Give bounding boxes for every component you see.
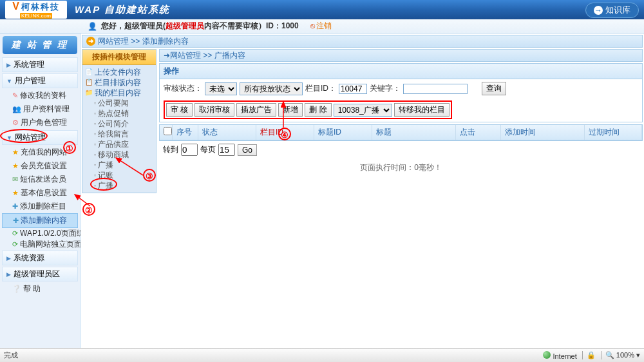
sidebar-banner: 建 站 管 理 [3, 36, 77, 54]
lbl-perpage: 每页 [200, 144, 216, 155]
lbl-column-id: 栏目ID： [305, 83, 336, 94]
nav-wap-layout[interactable]: ⟳WAP1.0/2.0页面综合排版 [2, 228, 78, 239]
col-exptime[interactable]: 过期时间 [585, 125, 642, 140]
exec-time: 页面执行时间：0毫秒！ [159, 158, 643, 177]
nav-add-del-column[interactable]: ✚添加删除栏目 [2, 200, 78, 213]
delete-button[interactable]: 删 除 [305, 103, 331, 117]
cancel-audit-button[interactable]: 取消审核 [194, 103, 234, 117]
insert-ad-button[interactable]: 插放广告 [236, 103, 276, 117]
nav-user-data[interactable]: 👥用户资料管理 [2, 102, 78, 116]
tree-hot-promo[interactable]: ▫热点促销 [85, 108, 153, 119]
select-audit-status[interactable]: 未选 [205, 82, 237, 95]
move-column-button[interactable]: 转移我的栏目 [394, 103, 450, 117]
pager: 转到 每页 Go [159, 141, 643, 158]
tree-company-intro[interactable]: ▫公司简介 [85, 119, 153, 129]
check-all[interactable] [164, 127, 172, 135]
col-columnid[interactable]: 栏目ID [256, 125, 314, 140]
input-column-id[interactable] [339, 84, 367, 94]
tree-layout[interactable]: 📋栏目排版内容 [85, 77, 153, 88]
main: ➜网站管理 >> 添加删除内容 按插件模块管理 📄上传文件内容 📋栏目排版内容 … [80, 33, 644, 348]
input-perpage[interactable] [218, 144, 235, 156]
select-target-column[interactable]: 10038_广播 [334, 104, 392, 117]
group-system[interactable]: ▶系统管理 [2, 57, 78, 72]
nav-sms-member[interactable]: ✉短信发送会员 [2, 173, 78, 186]
tree-header: 按插件模块管理 [82, 50, 156, 65]
tree-upload[interactable]: 📄上传文件内容 [85, 67, 153, 77]
col-titleid[interactable]: 标题ID [314, 125, 372, 140]
status-done: 完成 [4, 350, 18, 360]
col-state[interactable]: 状态 [198, 125, 256, 140]
col-click[interactable]: 点击 [456, 125, 501, 140]
go-button[interactable]: Go [238, 144, 257, 156]
breadcrumb-sub: ➜网站管理 >> 广播内容 [159, 49, 643, 62]
nav-member-recharge[interactable]: ★会员充值设置 [2, 159, 78, 173]
breadcrumb-main: ➜网站管理 >> 添加删除内容 [82, 35, 643, 48]
operations-box: 操作 审核状态： 未选 所有投放状态 栏目ID： 关键字： 查询 [159, 63, 643, 122]
status-zone: Internet [553, 352, 576, 360]
nav-pc-layout[interactable]: ⟳电脑网站独立页面综合排版 [2, 239, 78, 250]
input-keyword[interactable] [403, 84, 468, 94]
ops-header: 操作 [160, 64, 642, 79]
logo: V柯林科技 KELINK.com [5, 1, 67, 19]
logout-link[interactable]: 注销 [310, 21, 332, 32]
globe-icon [543, 351, 551, 359]
group-admin[interactable]: ▶超级管理员区 [2, 267, 78, 281]
nav-modify-profile[interactable]: ✎修改我的资料 [2, 89, 78, 102]
col-addtime[interactable]: 添加时间 [501, 125, 585, 140]
tree-broadcast[interactable]: ▫广播 [85, 160, 153, 170]
grid-header: 序号 状态 栏目ID 标题ID 标题 点击 添加时间 过期时间 [160, 125, 642, 140]
group-users[interactable]: ▼用户管理 [2, 73, 78, 88]
status-bar: 完成 Internet 🔒 🔍 100% ▾ [0, 348, 644, 362]
tree-mobile-mall[interactable]: ▫移动商城 [85, 149, 153, 160]
lbl-keyword: 关键字： [370, 83, 401, 94]
lbl-goto: 转到 [163, 144, 178, 155]
data-grid: 序号 状态 栏目ID 标题ID 标题 点击 添加时间 过期时间 [159, 124, 643, 141]
group-site[interactable]: ▼网站管理 [2, 130, 78, 145]
group-resources[interactable]: ▶系统资源 [2, 251, 78, 265]
app-title: WAP 自助建站系统 [75, 4, 170, 16]
audit-button[interactable]: 审 核 [166, 103, 193, 117]
lbl-audit-status: 审核状态： [164, 83, 202, 94]
tree-company-news[interactable]: ▫公司要闻 [85, 98, 153, 108]
tree-accounting[interactable]: ▫记账 [85, 170, 153, 180]
nav-user-role[interactable]: ⚙用户角色管理 [2, 116, 78, 129]
top-bar: V柯林科技 KELINK.com WAP 自助建站系统 →知识库 [0, 0, 644, 19]
tree-panel: 按插件模块管理 📄上传文件内容 📋栏目排版内容 📁我的栏目内容 ▫公司要闻 ▫热… [82, 49, 156, 193]
nav-recharge-site[interactable]: ★充值我的网站 [2, 146, 78, 159]
select-put-status[interactable]: 所有投放状态 [240, 82, 303, 95]
col-seq[interactable]: 序号 [173, 125, 198, 140]
nav-add-del-content[interactable]: ✚添加删除内容 [2, 213, 78, 228]
query-button[interactable]: 查询 [482, 82, 506, 95]
action-buttons-group: 审 核 取消审核 插放广告 新增 删 除 10038_广播 转移我的栏目 [164, 100, 452, 119]
nav-help[interactable]: ❔帮 助 [2, 282, 78, 296]
zoom-control[interactable]: 🔍 100% ▾ [601, 351, 640, 359]
tree-broadcast-2[interactable]: ▫广播 [85, 180, 153, 191]
sidebar: 建 站 管 理 ▶系统管理 ▼用户管理 ✎修改我的资料 👥用户资料管理 ⚙用户角… [0, 33, 80, 348]
user-bar: 👤 您好，超级管理员(超级管理员 内容不需要审核）ID：1000 注销 [0, 19, 644, 33]
tree-products[interactable]: ▫产品供应 [85, 139, 153, 149]
user-icon: 👤 [88, 22, 97, 31]
input-goto[interactable] [181, 144, 198, 156]
tree-mycolumns[interactable]: 📁我的栏目内容 [85, 88, 153, 98]
knowledge-base-button[interactable]: →知识库 [585, 3, 639, 18]
tree-guestbook[interactable]: ▫给我留言 [85, 129, 153, 139]
col-title[interactable]: 标题 [372, 125, 456, 140]
nav-basic-info[interactable]: ★基本信息设置 [2, 186, 78, 200]
add-button[interactable]: 新增 [278, 103, 303, 117]
